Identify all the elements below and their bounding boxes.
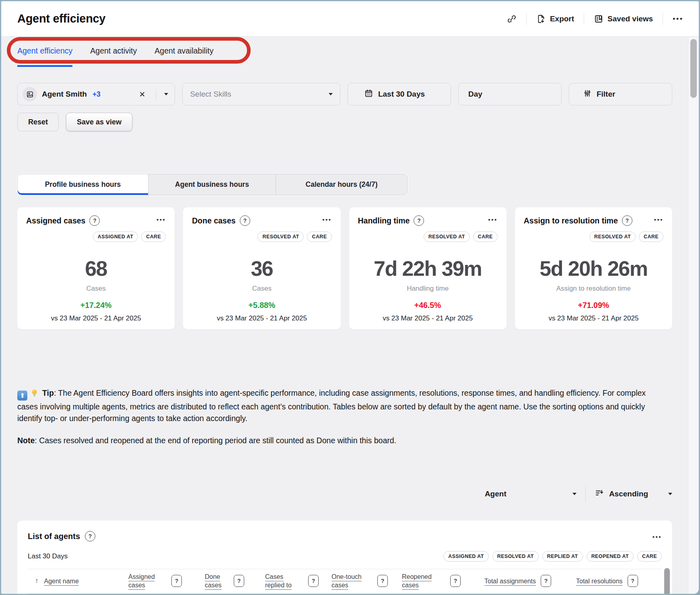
column-label: Assigned cases [128, 572, 167, 589]
metric-value: 5d 20h 26m [524, 256, 663, 281]
up-arrow-emoji-icon: ⬆ [17, 390, 27, 401]
card-more-button[interactable]: ••• [322, 216, 331, 223]
metric-compare-range: vs 23 Mar 2025 - 21 Apr 2025 [192, 314, 331, 322]
sort-ascending-icon [595, 488, 604, 500]
column-label: Done cases [205, 572, 229, 589]
agent-filter-value: Agent Smith [42, 90, 87, 99]
table-scrollbar[interactable] [664, 568, 670, 595]
metric-change: +5.88% [192, 301, 331, 310]
status-badge: CARE [141, 231, 166, 242]
tab-agent-business-hours[interactable]: Agent business hours [148, 174, 276, 195]
metric-value: 68 [26, 256, 166, 281]
filter-badge: REOPENED AT [587, 551, 634, 562]
metric-compare-range: vs 23 Mar 2025 - 21 Apr 2025 [524, 314, 663, 322]
sort-direction-select[interactable]: Ascending [595, 488, 672, 500]
column-header-cases-replied-to[interactable]: Cases replied to? [265, 572, 331, 589]
help-icon[interactable]: ? [85, 531, 95, 541]
export-label: Export [550, 14, 574, 23]
column-header-one-touch-cases[interactable]: One-touch cases? [331, 572, 402, 589]
skills-select[interactable]: Select Skills [182, 83, 340, 105]
metric-value: 36 [192, 256, 331, 281]
sort-field-select[interactable]: Agent [485, 490, 576, 498]
column-header-agent-name[interactable]: ↑Agent name [28, 577, 128, 585]
page-scrollbar-track[interactable] [688, 37, 699, 594]
metric-unit: Assign to resolution time [524, 285, 663, 293]
card-more-button[interactable]: ••• [654, 216, 663, 223]
status-badge: CARE [639, 231, 663, 242]
panel-title: List of agents [28, 532, 80, 541]
chip-divider [156, 89, 156, 99]
metric-change: +46.5% [358, 301, 498, 310]
saved-views-icon [594, 14, 603, 24]
filter-badge: RESOLVED AT [492, 551, 539, 562]
card-more-button[interactable]: ••• [488, 216, 497, 223]
table-header-row: ↑Agent nameAssigned cases?Done cases?Cas… [28, 569, 662, 594]
agent-filter[interactable]: Agent Smith +3 ✕ [17, 83, 175, 105]
card-more-button[interactable]: ••• [156, 216, 166, 223]
chevron-down-icon [329, 93, 333, 95]
avatar [23, 87, 37, 101]
column-header-total-resolutions[interactable]: Total resolutions? [576, 575, 661, 587]
reset-button[interactable]: Reset [17, 113, 59, 131]
column-header-done-cases[interactable]: Done cases? [205, 572, 265, 589]
clear-agent-filter-icon[interactable]: ✕ [137, 90, 148, 99]
help-icon[interactable]: ? [450, 575, 461, 587]
header-more-button[interactable]: ••• [673, 15, 684, 23]
agent-filter-extra-count: +3 [93, 90, 101, 99]
date-range-select[interactable]: Last 30 Days [348, 83, 451, 105]
help-icon[interactable]: ? [234, 575, 244, 587]
help-icon[interactable]: ? [89, 215, 100, 226]
date-range-value: Last 30 Days [378, 90, 425, 99]
tab-agent-activity[interactable]: Agent activity [90, 46, 137, 67]
chevron-down-icon [668, 493, 672, 495]
help-icon[interactable]: ? [414, 215, 424, 226]
column-label: Total assignments [484, 577, 536, 585]
metric-unit: Cases [26, 285, 166, 293]
column-header-reopened-cases[interactable]: Reopened cases? [402, 572, 484, 589]
status-badge: RESOLVED AT [424, 231, 470, 242]
chevron-down-icon[interactable] [164, 93, 168, 95]
sort-bar: Agent Ascending [17, 485, 672, 503]
column-header-total-assignments[interactable]: Total assignments? [484, 575, 576, 587]
filter-bar: Agent Smith +3 ✕ Select Skills Last 30 D… [17, 83, 672, 105]
help-icon[interactable]: ? [622, 215, 632, 226]
tab-agent-efficiency[interactable]: Agent efficiency [17, 46, 72, 67]
export-icon [536, 14, 546, 24]
filter-button[interactable]: Filter [569, 83, 672, 105]
skills-placeholder: Select Skills [190, 90, 231, 99]
page-title: Agent efficiency [17, 12, 105, 25]
panel-more-button[interactable]: ••• [653, 533, 662, 540]
card-title: Assign to resolution time [524, 216, 618, 225]
help-icon[interactable]: ? [171, 575, 182, 587]
help-icon[interactable]: ? [541, 575, 551, 587]
tab-agent-availability[interactable]: Agent availability [154, 46, 213, 67]
column-label: Total resolutions [576, 577, 623, 585]
saved-views-button[interactable]: Saved views [594, 14, 653, 24]
list-of-agents-panel: List of agents ? ••• Last 30 Days ASSIGN… [17, 521, 672, 595]
tab-profile-business-hours[interactable]: Profile business hours [18, 174, 148, 195]
header-actions: Export Saved views ••• [507, 13, 684, 25]
page-scrollbar-thumb[interactable] [690, 39, 697, 98]
help-icon[interactable]: ? [240, 215, 250, 226]
status-badge: CARE [307, 231, 331, 242]
tab-calendar-hours[interactable]: Calendar hours (24/7) [276, 174, 407, 195]
column-header-assigned-cases[interactable]: Assigned cases? [128, 572, 205, 589]
export-button[interactable]: Export [536, 14, 574, 24]
sort-direction-value: Ascending [609, 490, 648, 498]
metric-value: 7d 22h 39m [358, 256, 498, 281]
help-icon[interactable]: ? [628, 575, 638, 587]
help-icon[interactable]: ? [377, 575, 388, 587]
save-as-view-button[interactable]: Save as view [66, 113, 132, 131]
chevron-down-icon [572, 493, 576, 495]
metric-compare-range: vs 23 Mar 2025 - 21 Apr 2025 [26, 314, 166, 322]
help-icon[interactable]: ? [308, 575, 319, 587]
sort-field-value: Agent [485, 490, 506, 498]
list-badges: ASSIGNED ATRESOLVED ATREPLIED ATREOPENED… [443, 551, 662, 562]
copy-link-button[interactable] [507, 14, 517, 24]
granularity-select[interactable]: Day [458, 83, 562, 105]
card-handling-time: Handling time ? ••• RESOLVED AT CARE 7d … [349, 207, 506, 329]
card-title: Assigned cases [26, 216, 85, 225]
tip-label: Tip [42, 388, 54, 397]
metric-change: +17.24% [26, 301, 166, 310]
filter-label: Filter [597, 90, 615, 99]
